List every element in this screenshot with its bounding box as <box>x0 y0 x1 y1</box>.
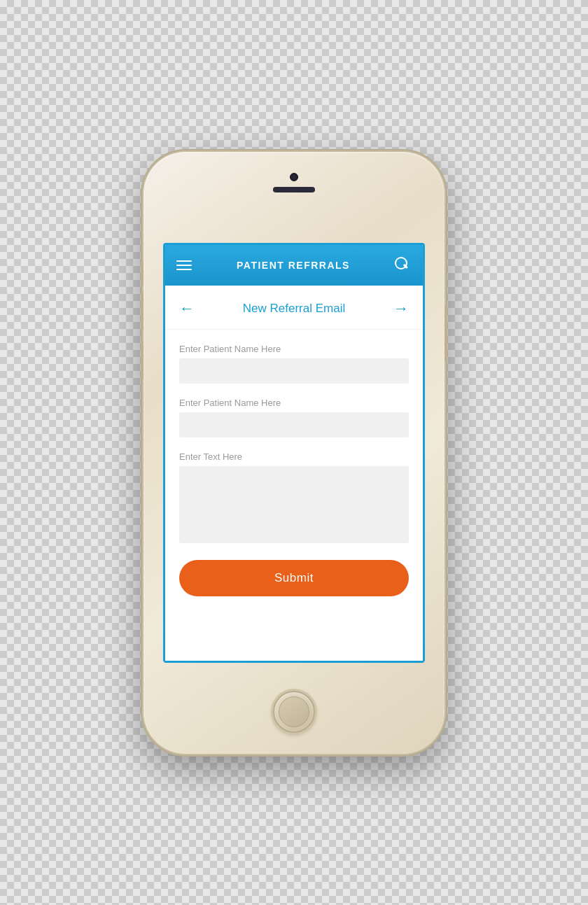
back-button[interactable]: ← <box>179 300 195 318</box>
volume-down-button <box>141 341 144 379</box>
home-button-inner <box>279 696 309 727</box>
search-icon[interactable] <box>395 257 412 274</box>
submit-button[interactable]: Submit <box>179 560 409 596</box>
field3-label: Enter Text Here <box>179 451 409 462</box>
front-camera-icon <box>290 173 298 181</box>
patient-name-field-1[interactable] <box>179 358 409 384</box>
field-group-3: Enter Text Here <box>179 451 409 546</box>
app-content: ← New Referral Email → Enter Patient Nam… <box>165 286 423 661</box>
menu-button[interactable] <box>176 260 192 270</box>
form-area: Enter Patient Name Here Enter Patient Na… <box>165 330 423 610</box>
silent-switch <box>141 260 144 285</box>
text-field[interactable] <box>179 466 409 543</box>
app-header: PATIENT REFRRALS <box>165 245 423 286</box>
sub-header-title: New Referral Email <box>243 302 345 316</box>
speaker-grille <box>273 187 315 192</box>
power-button <box>444 306 447 362</box>
field-group-1: Enter Patient Name Here <box>179 344 409 384</box>
sub-header: ← New Referral Email → <box>165 286 423 330</box>
phone-mockup: PATIENT REFRRALS ← New Referral Email → … <box>144 152 444 754</box>
menu-line-3 <box>176 269 192 270</box>
volume-up-button <box>141 292 144 330</box>
field2-label: Enter Patient Name Here <box>179 398 409 408</box>
forward-button[interactable]: → <box>393 300 409 318</box>
home-button[interactable] <box>273 691 315 733</box>
phone-top-area <box>273 173 315 192</box>
menu-line-1 <box>176 260 192 262</box>
menu-line-2 <box>176 265 192 266</box>
field-group-2: Enter Patient Name Here <box>179 398 409 437</box>
field1-label: Enter Patient Name Here <box>179 344 409 354</box>
patient-name-field-2[interactable] <box>179 412 409 437</box>
app-title: PATIENT REFRRALS <box>237 260 350 271</box>
phone-screen: PATIENT REFRRALS ← New Referral Email → … <box>163 243 425 663</box>
phone-shell: PATIENT REFRRALS ← New Referral Email → … <box>144 152 444 754</box>
